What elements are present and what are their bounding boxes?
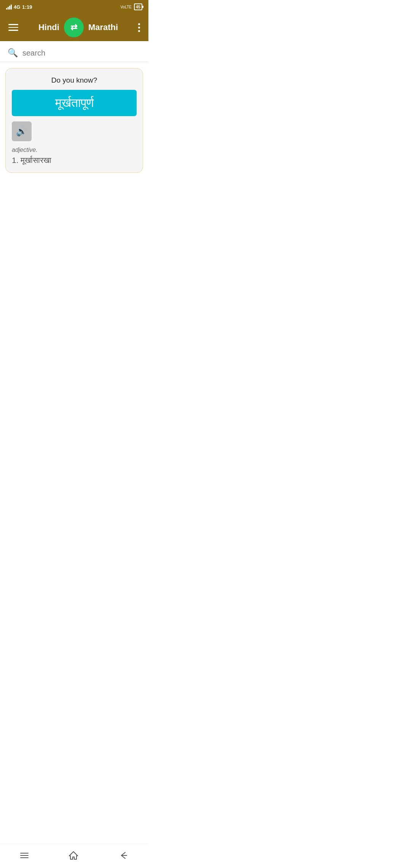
- source-language[interactable]: Hindi: [38, 22, 59, 32]
- speaker-icon: 🔊: [16, 126, 27, 137]
- word-banner[interactable]: मूर्खतापूर्ण: [12, 90, 137, 116]
- featured-word: मूर्खतापूर्ण: [55, 96, 94, 110]
- word-card: Do you know? मूर्खतापूर्ण 🔊 adjective. 1…: [5, 68, 143, 173]
- language-row: Hindi ⇄ Marathi: [38, 18, 118, 37]
- search-row: 🔍: [8, 48, 141, 58]
- speaker-button[interactable]: 🔊: [12, 121, 32, 141]
- word-meaning: 1. मूर्खासारखा: [12, 156, 137, 165]
- meaning-number: 1.: [12, 156, 19, 164]
- hamburger-line-2: [8, 27, 18, 28]
- signal-icon: [6, 4, 12, 10]
- swap-icon: ⇄: [70, 23, 77, 32]
- dot-3: [138, 30, 140, 32]
- search-input[interactable]: [22, 49, 141, 57]
- part-of-speech: adjective.: [12, 147, 137, 153]
- target-language[interactable]: Marathi: [88, 22, 118, 32]
- lte-label: VoLTE: [120, 5, 131, 9]
- hamburger-line-1: [8, 24, 18, 25]
- network-type: 4G: [14, 4, 20, 10]
- status-right: VoLTE 45: [120, 3, 142, 10]
- time: 1:19: [22, 4, 32, 10]
- dot-1: [138, 23, 140, 25]
- search-icon: 🔍: [8, 48, 18, 58]
- battery-indicator: 45: [134, 3, 142, 10]
- meaning-text: मूर्खासारखा: [21, 156, 51, 164]
- hamburger-line-3: [8, 30, 18, 31]
- do-you-know-label: Do you know?: [12, 76, 137, 85]
- status-bar: 4G 1:19 VoLTE 45: [0, 0, 148, 14]
- toolbar: Hindi ⇄ Marathi: [0, 14, 148, 41]
- swap-languages-button[interactable]: ⇄: [64, 18, 84, 37]
- more-options-button[interactable]: [137, 22, 142, 34]
- status-left: 4G 1:19: [6, 4, 32, 10]
- card-section: Do you know? मूर्खतापूर्ण 🔊 adjective. 1…: [0, 62, 148, 179]
- hamburger-button[interactable]: [7, 22, 20, 32]
- battery-level: 45: [136, 5, 140, 9]
- dot-2: [138, 27, 140, 29]
- search-section: 🔍: [0, 41, 148, 62]
